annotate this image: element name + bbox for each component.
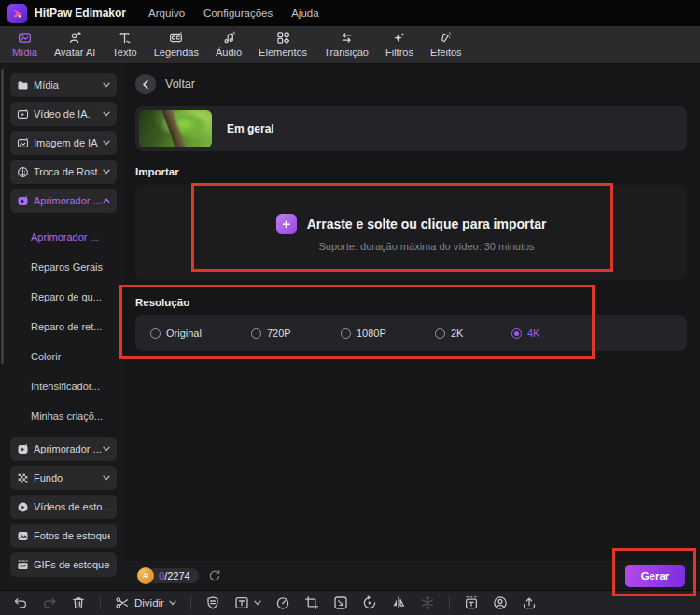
scale-icon[interactable] [333, 595, 348, 610]
radio-icon[interactable] [251, 328, 261, 339]
menu-configuracoes[interactable]: Configurações [196, 5, 280, 21]
sidebar-item-fundo[interactable]: Fundo [10, 466, 117, 490]
radio-selected-icon[interactable] [511, 328, 522, 339]
speed-icon[interactable] [275, 595, 290, 610]
tab-label: Texto [112, 48, 136, 58]
avatar-tool-icon[interactable] [493, 595, 508, 610]
stock-gif-icon: GIF [17, 559, 29, 571]
tab-texto[interactable]: Texto [104, 26, 145, 63]
text-tool-button[interactable] [234, 595, 261, 610]
menubar: Arquivo Configurações Ajuda [141, 5, 327, 21]
refresh-icon[interactable] [208, 569, 221, 582]
menu-arquivo[interactable]: Arquivo [141, 5, 192, 21]
sidebar-item-gifs-de-estoque[interactable]: GIF GIFs de estoque [10, 552, 117, 577]
resolution-option-label: 2K [451, 328, 463, 339]
undo-icon[interactable] [13, 595, 28, 610]
preset-thumbnail-image [139, 110, 212, 147]
sidebar-subitem-reparos-gerais[interactable]: Reparos Gerais [31, 252, 117, 282]
app-logo-icon [7, 4, 27, 23]
freeze-frame-icon[interactable] [420, 595, 435, 610]
tab-audio[interactable]: Áudio [207, 26, 250, 63]
resolution-option-4k[interactable]: 4K [511, 328, 539, 339]
resolution-option-original[interactable]: Original [150, 328, 251, 339]
chevron-down-icon [103, 475, 110, 481]
chevron-down-icon [103, 82, 110, 88]
sidebar-submenu: Aprimorador ... Reparos Gerais Reparo de… [10, 217, 117, 437]
chevron-down-icon [169, 600, 176, 606]
sidebar-item-label: Troca de Rost... [34, 166, 103, 177]
toolbar-separator [449, 596, 450, 609]
reverse-icon[interactable] [362, 595, 377, 610]
text-box-icon [234, 595, 249, 610]
plus-icon[interactable]: + [276, 214, 297, 234]
sidebar-subitem-reparo-de-qu[interactable]: Reparo de qu... [31, 282, 117, 312]
tab-efeitos[interactable]: Efeitos [422, 26, 470, 63]
sidebar-subitem-aprimorador[interactable]: Aprimorador ... [31, 222, 117, 252]
dropzone-title-row: + Arraste e solte ou clique para importa… [276, 214, 547, 234]
tab-label: Mídia [12, 48, 37, 58]
sidebar-subitem-colorir[interactable]: Colorir [31, 342, 117, 371]
sidebar-item-label: Aprimorador ... [34, 443, 103, 454]
main-spacer [135, 360, 687, 561]
resolution-option-720p[interactable]: 720P [251, 328, 341, 339]
trash-icon[interactable] [71, 595, 86, 610]
crop-icon[interactable] [304, 595, 319, 610]
folder-icon [17, 79, 29, 91]
tab-label: Efeitos [430, 48, 462, 58]
radio-icon[interactable] [435, 328, 445, 339]
back-button[interactable] [135, 74, 156, 94]
sidebar-item-fotos-de-estoque[interactable]: Fotos de estoque [10, 524, 117, 548]
tab-transicao[interactable]: Transição [315, 26, 377, 63]
back-row: Voltar [135, 73, 687, 95]
filters-icon [392, 31, 406, 45]
audio-icon [222, 31, 236, 45]
extract-text-icon[interactable] [464, 595, 479, 610]
radio-icon[interactable] [341, 328, 351, 339]
tab-filtros[interactable]: Filtros [377, 26, 422, 63]
app-title: HitPaw Edimakor [35, 7, 126, 20]
tab-label: Elementos [259, 48, 307, 58]
sidebar-scrollbar[interactable] [1, 69, 4, 364]
resolution-option-1080p[interactable]: 1080P [341, 328, 435, 339]
resolution-option-label: 1080P [357, 328, 386, 339]
resolution-option-2k[interactable]: 2K [435, 328, 511, 339]
sidebar-item-imagem-de-ia[interactable]: Imagem de IA [10, 131, 117, 155]
redo-icon[interactable] [42, 595, 57, 610]
tab-legendas[interactable]: Legendas [146, 26, 207, 63]
sidebar-item-midia[interactable]: Mídia [10, 73, 117, 97]
export-icon[interactable] [522, 595, 537, 610]
sidebar-item-aprimorador[interactable]: Aprimorador ... [10, 189, 117, 213]
chevron-up-icon [103, 198, 110, 203]
tab-midia[interactable]: Mídia [4, 26, 46, 63]
chevron-down-icon [103, 446, 110, 452]
sidebar-item-troca-de-rosto[interactable]: Troca de Rost... [10, 160, 117, 184]
import-dropzone[interactable]: + Arraste e solte ou clique para importa… [135, 185, 687, 280]
mirror-icon[interactable] [391, 595, 406, 610]
sidebar-item-label: Aprimorador ... [34, 195, 103, 206]
sidebar-subitem-minhas-criacoes[interactable]: Minhas criaçõ... [31, 401, 117, 431]
preset-title: Em geral [227, 122, 274, 135]
captions-icon [169, 31, 183, 45]
ai-video-icon [17, 108, 29, 120]
sidebar-item-label: Imagem de IA [34, 137, 103, 148]
menu-ajuda[interactable]: Ajuda [284, 5, 326, 21]
chevron-down-icon [103, 140, 110, 146]
enhancer-alt-icon [17, 443, 29, 455]
tab-elementos[interactable]: Elementos [250, 26, 315, 63]
generate-button[interactable]: Gerar [625, 565, 685, 587]
tab-label: Transição [324, 48, 369, 58]
sidebar-item-aprimorador-2[interactable]: Aprimorador ... [10, 437, 117, 461]
sidebar-subitem-intensificador[interactable]: Intensificador... [31, 371, 117, 401]
sidebar-item-video-de-ia[interactable]: Vídeo de IA. [10, 102, 117, 126]
split-button[interactable]: Dividir [115, 595, 176, 610]
mask-shield-icon[interactable] [205, 595, 220, 610]
sidebar-item-label: Mídia [34, 79, 103, 91]
chevron-down-icon [103, 169, 110, 175]
preset-card-em-geral[interactable]: Em geral [135, 106, 687, 151]
tab-avatar-ai[interactable]: Avatar AI [46, 26, 104, 63]
radio-icon[interactable] [150, 328, 161, 339]
import-section-label: Importar [135, 166, 687, 177]
effects-icon [439, 31, 453, 45]
sidebar-subitem-reparo-de-ret[interactable]: Reparo de ret... [31, 312, 117, 342]
sidebar-item-videos-de-estoque[interactable]: Vídeos de esto... [10, 495, 117, 519]
